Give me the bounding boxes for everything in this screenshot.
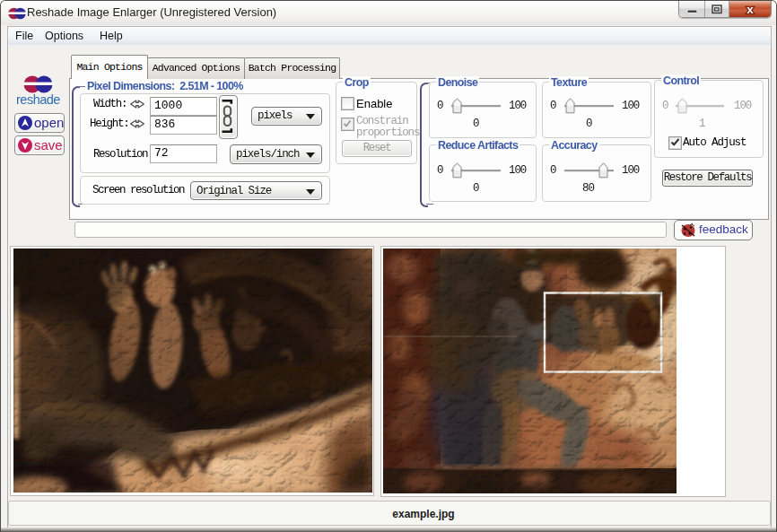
svg-text:x: x [746,3,754,16]
